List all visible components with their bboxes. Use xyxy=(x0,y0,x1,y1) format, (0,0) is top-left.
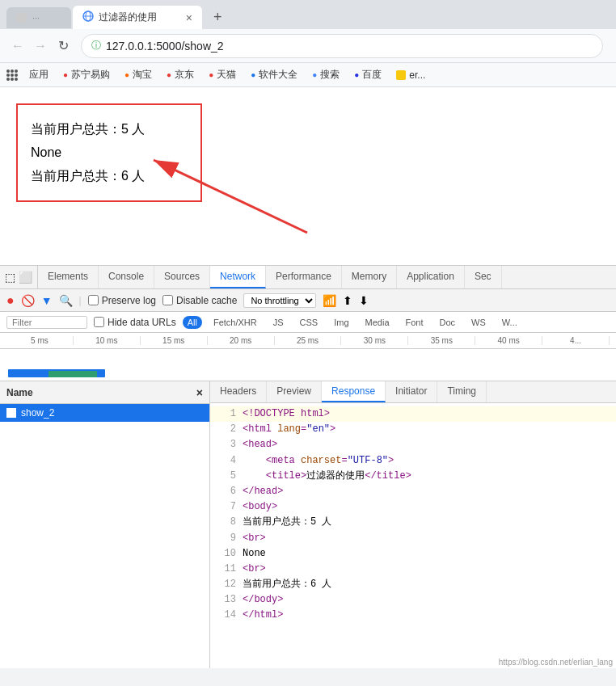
bookmark-tmall[interactable]: ● 天猫 xyxy=(202,66,243,83)
tl-15ms: 15 ms xyxy=(141,336,208,345)
filter-js[interactable]: JS xyxy=(268,316,289,329)
preserve-log-checkbox[interactable] xyxy=(88,295,99,305)
nav-bar: ← → ↻ ⓘ 127.0.0.1:5000/show_2 xyxy=(0,29,616,63)
address-text: 127.0.0.1:5000/show_2 xyxy=(106,40,593,53)
tab-memory[interactable]: Memory xyxy=(342,266,397,288)
timeline-label-row: 5 ms 10 ms 15 ms 20 ms 25 ms 30 ms 35 ms… xyxy=(6,336,610,345)
code-line-3: 3 <head> xyxy=(210,437,616,452)
filter-fetch[interactable]: Fetch/XHR xyxy=(209,316,262,329)
jd-icon: ● xyxy=(167,70,171,79)
back-button[interactable]: ← xyxy=(6,35,29,57)
network-toolbar: ● 🚫 ▼ 🔍 | Preserve log Disable cache No … xyxy=(0,289,616,312)
code-line-4: 4 <meta charset="UTF-8"> xyxy=(210,453,616,469)
filter-doc[interactable]: Doc xyxy=(435,316,461,329)
taobao-icon: ● xyxy=(124,70,129,79)
hide-data-urls-label[interactable]: Hide data URLs xyxy=(94,317,176,328)
tl-25ms: 25 ms xyxy=(275,336,342,345)
filter-css[interactable]: CSS xyxy=(295,316,323,329)
tab-favicon-globe xyxy=(82,11,94,24)
inspect-icon[interactable]: ⬚ xyxy=(5,271,15,284)
tl-30ms: 30 ms xyxy=(341,336,408,345)
search-btn[interactable]: 🔍 xyxy=(59,294,73,307)
clear-btn[interactable]: 🚫 xyxy=(21,294,35,307)
tab-inactive[interactable]: ··· xyxy=(6,7,71,28)
new-tab-button[interactable]: + xyxy=(207,6,229,29)
disable-cache-label[interactable]: Disable cache xyxy=(162,295,237,306)
suning-icon: ● xyxy=(63,70,68,79)
tmall-icon: ● xyxy=(209,70,213,79)
tab-timing[interactable]: Timing xyxy=(437,381,487,402)
tab-security[interactable]: Sec xyxy=(465,266,502,288)
filter-ws[interactable]: WS xyxy=(466,316,491,329)
filter-wasm[interactable]: W... xyxy=(497,316,522,329)
bookmark-apps[interactable]: 应用 xyxy=(23,66,55,83)
webpage-line3: 当前用户总共：6 人 xyxy=(31,165,188,188)
tab-elements[interactable]: Elements xyxy=(38,266,99,288)
tab-headers[interactable]: Headers xyxy=(210,381,267,402)
filter-img[interactable]: Img xyxy=(329,316,353,329)
disable-cache-checkbox[interactable] xyxy=(162,295,173,305)
tab-preview[interactable]: Preview xyxy=(267,381,322,402)
tab-response[interactable]: Response xyxy=(322,381,386,402)
bookmark-extra[interactable]: er... xyxy=(390,68,432,82)
tab-favicon-inactive xyxy=(16,12,27,23)
code-line-14: 14 </html> xyxy=(210,608,616,623)
bookmark-baidu[interactable]: ● 百度 xyxy=(348,66,388,83)
code-line-10: 10 None xyxy=(210,546,616,562)
bookmark-search[interactable]: ● 搜索 xyxy=(306,66,346,83)
bookmark-taobao[interactable]: ● 淘宝 xyxy=(118,66,158,83)
tab-active[interactable]: 过滤器的使用 × xyxy=(73,6,202,29)
file-name: show_2 xyxy=(21,407,54,419)
tab-active-label: 过滤器的使用 xyxy=(99,11,157,24)
response-tab-bar: Headers Preview Response Initiator Timin… xyxy=(210,381,616,403)
webpage-line1: 当前用户总共：5 人 xyxy=(31,118,188,141)
tab-performance[interactable]: Performance xyxy=(266,266,342,288)
code-line-8: 8 当前用户总共：5 人 xyxy=(210,515,616,530)
bookmark-softwaredb[interactable]: ● 软件大全 xyxy=(244,66,304,83)
device-icon[interactable]: ⬜ xyxy=(19,271,32,284)
file-item-show2[interactable]: show_2 xyxy=(0,404,209,422)
refresh-button[interactable]: ↻ xyxy=(52,35,74,57)
code-line-13: 13 </body> xyxy=(210,592,616,608)
file-panel-header: Name × xyxy=(0,381,209,404)
preserve-log-label[interactable]: Preserve log xyxy=(88,295,156,306)
tab-initiator[interactable]: Initiator xyxy=(386,381,437,402)
record-btn[interactable]: ● xyxy=(6,293,15,308)
forward-button[interactable]: → xyxy=(29,35,52,57)
tab-sources[interactable]: Sources xyxy=(154,266,210,288)
filter-bar: Hide data URLs All Fetch/XHR JS CSS Img … xyxy=(0,312,616,333)
throttle-select[interactable]: No throttling xyxy=(243,293,316,308)
response-panel: Headers Preview Response Initiator Timin… xyxy=(210,381,616,668)
filter-font[interactable]: Font xyxy=(401,316,428,329)
code-line-12: 12 当前用户总共：6 人 xyxy=(210,577,616,592)
tab-application[interactable]: Application xyxy=(397,266,465,288)
filter-media[interactable]: Media xyxy=(361,316,394,329)
bookmark-suning[interactable]: ● 苏宁易购 xyxy=(57,66,116,83)
code-line-11: 11 <br> xyxy=(210,562,616,577)
tab-inactive-label: ··· xyxy=(32,13,40,23)
code-viewer: 1 <!DOCTYPE html> 2 <html lang="en"> 3 <… xyxy=(210,403,616,668)
tab-bar-left: ··· 过滤器的使用 × + xyxy=(6,6,229,29)
hide-data-urls-checkbox[interactable] xyxy=(94,317,104,327)
file-icon xyxy=(6,408,16,418)
code-line-9: 9 <br> xyxy=(210,531,616,546)
softwaredb-icon: ● xyxy=(251,70,255,79)
tl-20ms: 20 ms xyxy=(208,336,275,345)
sep1: | xyxy=(79,295,82,306)
tab-network[interactable]: Network xyxy=(210,266,266,288)
filter-all[interactable]: All xyxy=(183,316,202,329)
devtools-icons: ⬚ ⬜ xyxy=(0,266,38,288)
tab-close-btn[interactable]: × xyxy=(186,11,192,24)
file-panel-close[interactable]: × xyxy=(196,386,203,399)
filter-icon[interactable]: ▼ xyxy=(41,294,53,307)
page-area: 当前用户总共：5 人 None 当前用户总共：6 人 xyxy=(0,87,616,265)
address-bar[interactable]: ⓘ 127.0.0.1:5000/show_2 xyxy=(81,34,603,58)
devtools-tabs: ⬚ ⬜ Elements Console Sources Network Per… xyxy=(0,266,616,289)
browser-chrome: ··· 过滤器的使用 × + ← → ↻ ⓘ 127.0.0.1:5000/sh… xyxy=(0,0,616,87)
filter-input[interactable] xyxy=(6,316,87,329)
bookmark-jd[interactable]: ● 京东 xyxy=(160,66,200,83)
tab-console[interactable]: Console xyxy=(99,266,154,288)
devtools-panel: ⬚ ⬜ Elements Console Sources Network Per… xyxy=(0,265,616,668)
apps-icon[interactable] xyxy=(6,69,18,81)
code-line-1: 1 <!DOCTYPE html> xyxy=(210,406,616,422)
